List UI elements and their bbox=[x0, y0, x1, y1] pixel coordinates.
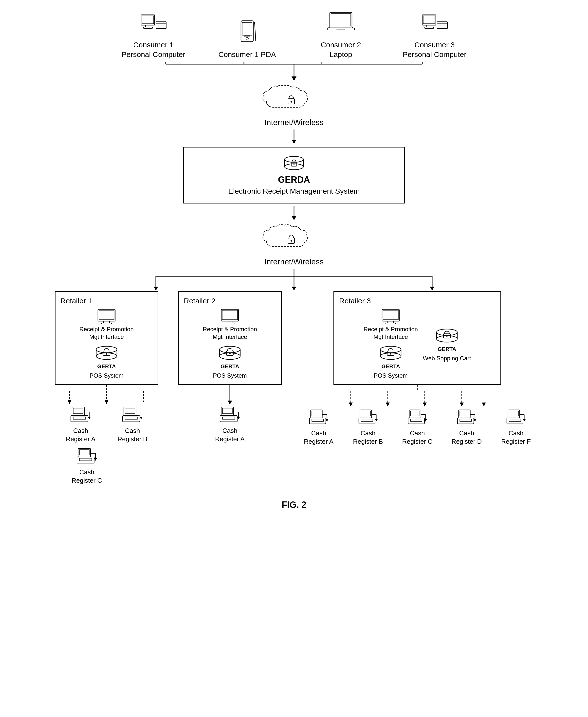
svg-rect-99 bbox=[225, 323, 235, 324]
svg-point-61 bbox=[96, 346, 117, 353]
svg-marker-139 bbox=[386, 402, 390, 406]
consumer2-laptop-label: Consumer 2 Laptop bbox=[309, 40, 373, 59]
retailer3-box: Retailer 3 Receipt & PromotionMgt Interf… bbox=[334, 291, 501, 385]
gerda-subtitle: Electronic Receipt Management System bbox=[228, 187, 360, 195]
retailer1-cash-b-label: CashRegister B bbox=[118, 427, 147, 443]
retailer2-monitor-icon bbox=[220, 308, 240, 325]
retailer1-gerta-label: GERTA bbox=[97, 363, 116, 370]
retailer3-title: Retailer 3 bbox=[339, 297, 496, 305]
retailer2-cash-connector bbox=[213, 385, 247, 404]
retailer3-monitor-icon bbox=[381, 308, 401, 325]
retailer3-gerta1-icon bbox=[378, 345, 403, 362]
consumer1-pda: Consumer 1 PDA bbox=[215, 20, 279, 59]
retailer2-pos-label: POS System bbox=[213, 372, 247, 379]
cloud1-svg bbox=[259, 84, 329, 116]
retailer3-cash-connector bbox=[331, 385, 504, 407]
svg-marker-108 bbox=[228, 401, 232, 404]
retailer2-gerta-label: GERTA bbox=[220, 363, 239, 370]
consumer1-pda-label: Consumer 1 PDA bbox=[218, 49, 276, 59]
retailer2-receipt-label: Receipt & PromotionMgt Interface bbox=[203, 325, 257, 341]
cloud2-to-retailers-connector bbox=[97, 269, 491, 291]
svg-rect-60 bbox=[102, 323, 111, 324]
retailer1-cash-c: CashRegister C bbox=[65, 446, 109, 485]
cash-register-b-icon bbox=[121, 404, 144, 424]
r3-cash-a-icon bbox=[308, 407, 329, 427]
svg-rect-119 bbox=[386, 323, 396, 324]
svg-rect-170 bbox=[460, 419, 471, 422]
cash-register-c-icon bbox=[76, 446, 98, 466]
retailer3-cash-b-label: CashRegister B bbox=[353, 429, 383, 446]
svg-point-120 bbox=[380, 346, 401, 353]
retailer1-cash-b: CashRegister B bbox=[110, 404, 155, 443]
retailer3-gerta2-label: GERTA bbox=[438, 346, 456, 353]
consumer-row: Consumer 1 Personal Computer Consumer 1 … bbox=[121, 10, 467, 59]
svg-marker-143 bbox=[460, 402, 464, 406]
svg-marker-45 bbox=[292, 216, 296, 220]
svg-rect-58 bbox=[99, 310, 114, 320]
svg-rect-116 bbox=[382, 309, 399, 321]
svg-line-12 bbox=[254, 22, 256, 40]
retailer3-pos-box: Receipt & PromotionMgt Interface GERTA bbox=[363, 308, 418, 379]
retailer1-cash-row: CashRegister A CashRegister B bbox=[59, 404, 155, 443]
gerda-to-cloud2-arrow bbox=[289, 206, 299, 221]
svg-marker-52 bbox=[154, 287, 158, 291]
svg-point-127 bbox=[437, 329, 457, 335]
svg-rect-15 bbox=[331, 14, 351, 26]
svg-rect-57 bbox=[98, 309, 115, 321]
cloud1-to-gerda-arrow bbox=[289, 129, 299, 144]
r3-cash-f-icon bbox=[506, 407, 527, 427]
r3-cash-b-icon bbox=[358, 407, 379, 427]
internet-cloud-1-label: Internet/Wireless bbox=[265, 118, 323, 127]
svg-point-47 bbox=[291, 240, 292, 241]
retailer3-content-row: Receipt & PromotionMgt Interface GERTA bbox=[339, 308, 496, 379]
consumer1-pc: Consumer 1 Personal Computer bbox=[121, 10, 186, 59]
svg-rect-117 bbox=[383, 310, 398, 320]
svg-rect-85 bbox=[125, 417, 138, 419]
svg-rect-110 bbox=[223, 408, 232, 414]
svg-marker-71 bbox=[68, 400, 71, 404]
internet-cloud-2: Internet/Wireless bbox=[259, 223, 329, 267]
svg-rect-11 bbox=[244, 36, 250, 37]
retailer3-web-box: GERTA Web Sopping Cart bbox=[423, 308, 471, 379]
retailer2-title: Retailer 2 bbox=[184, 297, 276, 305]
fig-caption: FIG. 2 bbox=[282, 500, 306, 510]
svg-rect-97 bbox=[222, 310, 237, 320]
gerda-db-icon bbox=[283, 155, 305, 172]
svg-marker-145 bbox=[482, 402, 486, 406]
svg-point-42 bbox=[294, 164, 295, 165]
svg-rect-177 bbox=[509, 419, 521, 422]
svg-rect-92 bbox=[79, 458, 92, 461]
gerda-box: GERDA Electronic Receipt Management Syst… bbox=[183, 147, 405, 204]
retailer3-cash-b: CashRegister B bbox=[346, 407, 390, 446]
retailer2-box: Retailer 2 Receipt & PromotionMgt Interf… bbox=[178, 291, 282, 385]
r2-cash-register-icon bbox=[219, 404, 241, 424]
svg-point-10 bbox=[246, 38, 248, 40]
svg-marker-141 bbox=[423, 402, 427, 406]
laptop-icon bbox=[326, 10, 356, 37]
svg-rect-147 bbox=[312, 411, 321, 416]
retailer3-cash-row: CashRegister A CashRegister B bbox=[296, 407, 538, 446]
retailer1-receipt-label: Receipt & PromotionMgt Interface bbox=[79, 325, 134, 341]
svg-marker-31 bbox=[292, 77, 296, 81]
retailer3-cash-c: CashRegister C bbox=[395, 407, 440, 446]
consumer2-laptop: Consumer 2 Laptop bbox=[309, 10, 373, 59]
svg-rect-96 bbox=[221, 309, 238, 321]
retailer3-cash-a: CashRegister A bbox=[296, 407, 341, 446]
retailer-row: Retailer 1 Receipt & PromotionMgt Interf… bbox=[50, 291, 538, 485]
r3-cash-d-icon bbox=[456, 407, 477, 427]
retailer3-cash-a-label: CashRegister A bbox=[304, 429, 334, 446]
retailer3-gerta1-label: GERTA bbox=[381, 363, 400, 370]
retailer1-pos-label: POS System bbox=[89, 372, 123, 379]
retailer2-cash-a-label: CashRegister A bbox=[215, 427, 245, 443]
svg-marker-73 bbox=[105, 400, 108, 404]
svg-rect-1 bbox=[142, 16, 154, 24]
retailer1-cash-a-label: CashRegister A bbox=[66, 427, 96, 443]
consumer3-pc-icon bbox=[420, 10, 449, 37]
gerda-title: GERDA bbox=[278, 175, 310, 185]
retailer3-cash-d-label: CashRegister D bbox=[451, 429, 482, 446]
svg-rect-156 bbox=[361, 419, 373, 422]
retailer1-gerta-icon bbox=[94, 345, 119, 362]
retailer1-cash-connector bbox=[50, 385, 163, 404]
svg-rect-154 bbox=[361, 411, 371, 416]
svg-rect-20 bbox=[425, 27, 434, 28]
